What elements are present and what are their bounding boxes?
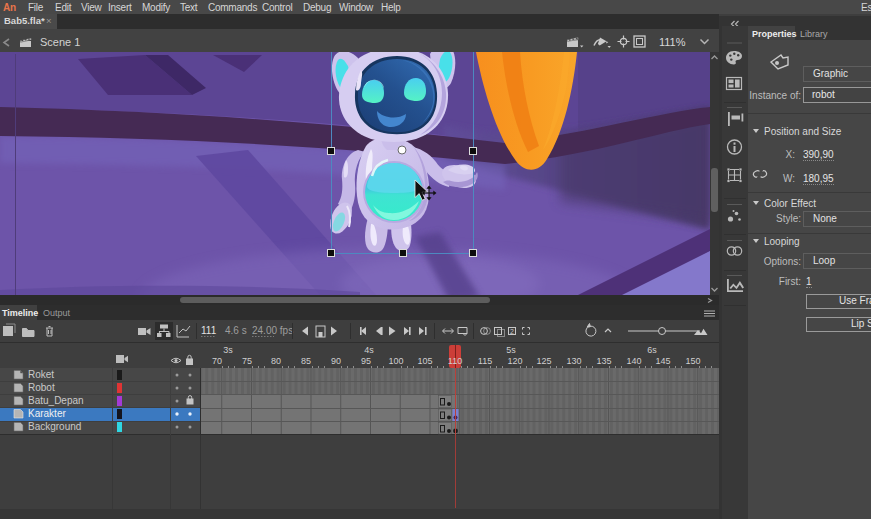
svg-text:111: 111 [201,325,217,336]
svg-text:75: 75 [242,356,252,366]
svg-text:115: 115 [478,356,492,366]
svg-text:Roket: Roket [28,369,54,380]
svg-text:6s: 6s [647,345,657,355]
svg-text:110: 110 [448,356,462,366]
svg-text:Karakter: Karakter [28,408,66,419]
svg-text:24.00 fps: 24.00 fps [252,325,293,336]
svg-text:120: 120 [507,356,522,366]
svg-text:Batu_Depan: Batu_Depan [28,395,84,406]
svg-text:150: 150 [685,356,700,366]
svg-text:130: 130 [566,356,581,366]
svg-text:105: 105 [417,356,432,366]
svg-text:2: 2 [510,328,514,335]
svg-text:80: 80 [271,356,281,366]
svg-text:4s: 4s [364,345,374,355]
svg-text:125: 125 [536,356,551,366]
svg-text:95: 95 [361,356,371,366]
svg-text:Background: Background [28,421,81,432]
svg-text:85: 85 [301,356,311,366]
svg-text:5s: 5s [506,345,516,355]
svg-text:3s: 3s [223,345,233,355]
svg-text:70: 70 [212,356,222,366]
svg-text:135: 135 [596,356,611,366]
svg-text:140: 140 [626,356,641,366]
svg-text:Robot: Robot [28,382,55,393]
svg-text:90: 90 [331,356,341,366]
svg-text:4.6 s: 4.6 s [225,325,247,336]
svg-text:145: 145 [655,356,670,366]
svg-text:100: 100 [388,356,403,366]
